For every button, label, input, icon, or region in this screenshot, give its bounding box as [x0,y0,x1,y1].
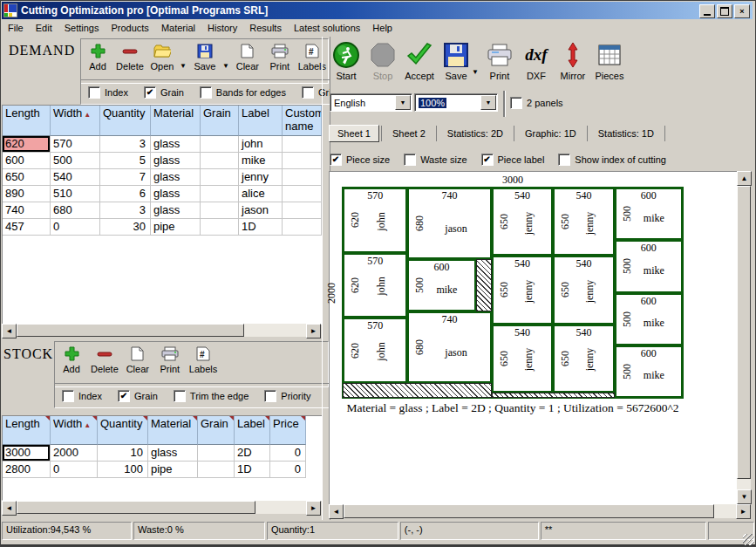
piece-mike[interactable]: 600500mike [615,345,683,398]
print-button[interactable]: Print [267,42,293,72]
scroll-right-icon[interactable]: ► [736,504,751,519]
column-header-material[interactable]: Material [151,106,201,136]
view-option-waste-size[interactable]: Waste size [404,154,467,166]
tab-statistics-2d[interactable]: Statistics: 2D [439,125,512,142]
cell-material[interactable]: glass [151,153,201,169]
save-button[interactable]: Save [192,42,218,72]
canvas-hscrollbar[interactable]: ◄ ► [329,504,751,518]
cell-material[interactable]: glass [151,186,201,202]
cell-label[interactable]: 1D [239,219,283,236]
menu-item-settings[interactable]: Settings [58,21,106,35]
canvas-vscrollbar[interactable]: ▲ ▼ [737,171,751,504]
scroll-right-icon[interactable]: ► [306,324,321,338]
scroll-up-icon[interactable]: ▲ [737,171,752,186]
cell-grain[interactable] [201,136,239,153]
cell-width[interactable]: 680 [51,202,100,219]
demand-grain-checkbox[interactable]: ✔Grain [144,86,184,99]
cell-length[interactable]: 740 [3,202,51,219]
cell-label[interactable]: 2D [235,445,270,462]
close-button[interactable]: × [734,4,750,18]
chevron-down-icon[interactable]: ▼ [395,95,411,110]
cell-customer[interactable] [283,153,322,169]
cell-grain[interactable] [201,202,239,219]
cell-customer[interactable] [283,186,322,202]
checkbox-icon[interactable]: ✔ [118,390,130,402]
table-row[interactable]: 7406803glassjason [3,202,322,219]
column-header-length[interactable]: Length [3,416,51,445]
checkbox-icon[interactable] [558,154,570,166]
menu-item-edit[interactable]: Edit [30,21,58,35]
cell-label[interactable]: jenny [239,169,283,186]
cell-customer[interactable] [283,169,322,186]
cell-length[interactable]: 457 [3,219,51,236]
print-button[interactable]: Print [157,345,183,374]
pieces-button[interactable]: Pieces [592,39,627,81]
column-header-customer[interactable]: Customer name [283,106,322,136]
cell-label[interactable]: 1D [235,462,270,478]
column-header-grain[interactable]: Grain [198,416,235,445]
window-titlebar[interactable]: Cutting Optimization pro [Optimal Progra… [2,2,753,19]
table-row[interactable]: 28000100pipe1D0 [3,462,322,478]
table-row[interactable]: 8905106glassalice [3,186,322,202]
cell-label[interactable]: mike [239,153,283,169]
cell-length[interactable]: 2800 [3,462,51,478]
checkbox-icon[interactable]: ✔ [144,86,156,99]
cell-customer[interactable] [283,219,322,236]
piece-mike[interactable]: 600500mike [407,259,475,311]
scroll-right-icon[interactable]: ► [306,501,321,516]
column-header-quantity[interactable]: Quantity [98,416,148,445]
menu-item-help[interactable]: Help [366,21,398,35]
scroll-left-icon[interactable]: ◄ [329,504,344,519]
scroll-track[interactable] [737,186,751,489]
cell-price[interactable]: 0 [270,462,306,478]
column-header-label[interactable]: Label [235,416,270,445]
cell-material[interactable]: glass [148,445,198,462]
scroll-left-icon[interactable]: ◄ [2,324,17,338]
stock-index-checkbox[interactable]: Index [62,390,102,402]
open-button[interactable]: Open [149,42,175,72]
cell-width[interactable]: 510 [51,186,100,202]
column-header-label[interactable]: Label [239,106,283,136]
piece-mike[interactable]: 600500mike [615,188,683,240]
cell-width[interactable]: 570 [51,136,100,153]
piece-mike[interactable]: 600500mike [615,293,683,345]
cell-customer[interactable] [283,136,322,153]
view-option-piece-label[interactable]: ✔Piece label [481,154,545,166]
dropdown-arrow-icon[interactable]: ▼ [472,68,479,76]
dropdown-arrow-icon[interactable]: ▼ [222,62,229,70]
cell-quantity[interactable]: 7 [100,169,151,186]
checkbox-icon[interactable] [264,390,276,402]
tab-statistics-1d[interactable]: Statistics: 1D [589,125,663,142]
scroll-down-icon[interactable]: ▼ [737,489,752,504]
cell-grain[interactable] [201,153,239,169]
stock-priority-checkbox[interactable]: Priority [264,390,310,402]
start-button[interactable]: Start [329,39,364,81]
checkbox-icon[interactable] [200,86,212,99]
checkbox-icon[interactable] [302,86,314,99]
chevron-down-icon[interactable]: ▼ [480,95,496,110]
cell-material[interactable]: glass [151,202,201,219]
cell-price[interactable]: 0 [270,445,306,462]
checkbox-icon[interactable]: ✔ [481,154,494,166]
cell-label[interactable]: john [239,136,283,153]
dxf-button[interactable]: dxfDXF [519,39,554,81]
cell-length[interactable]: 3000 [3,445,51,462]
piece-jason[interactable]: 740680jason [407,188,492,259]
checkbox-icon[interactable] [174,390,186,402]
delete-button[interactable]: Delete [91,345,119,374]
table-row[interactable]: 6505407glassjenny [3,169,322,186]
scroll-left-icon[interactable]: ◄ [2,501,17,516]
menu-item-results[interactable]: Results [243,21,288,35]
cell-length[interactable]: 600 [3,153,51,169]
view-option-show-index-of-cutting[interactable]: Show index of cutting [558,154,666,166]
piece-jenny[interactable]: 540650jenny [492,188,553,256]
checkbox-icon[interactable] [88,86,100,99]
demand-hscrollbar[interactable]: ◄ ► [2,324,321,337]
save-button[interactable]: Save [439,39,473,81]
cell-grain[interactable] [201,186,239,202]
two-panels-checkbox[interactable]: 2 panels [510,97,563,109]
column-header-price[interactable]: Price [270,416,306,445]
tab-sheet-1[interactable]: Sheet 1 [329,125,379,142]
table-row[interactable]: 6205703glassjohn [3,136,322,153]
dropdown-arrow-icon[interactable]: ▼ [180,62,187,70]
